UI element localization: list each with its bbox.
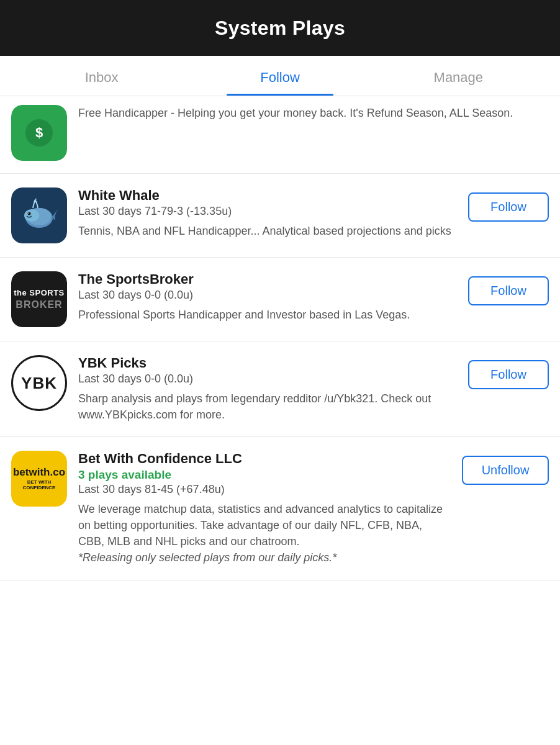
svg-text:$: $ [35, 125, 43, 140]
list-item: YBK YBK Picks Last 30 days 0-0 (0.0u) Sh… [0, 341, 560, 437]
betwith-action: Unfollow [462, 456, 549, 485]
ybk-follow-button[interactable]: Follow [468, 360, 549, 389]
partial-card-content: Free Handicapper - Helping you get your … [78, 105, 549, 121]
list-item: White Whale Last 30 days 71-79-3 (-13.35… [0, 174, 560, 258]
app-header: System Plays [0, 0, 560, 56]
tab-bar: Inbox Follow Manage [0, 56, 560, 96]
ybk-name: YBK Picks [78, 355, 457, 371]
betwith-logo: betwith.co BET WITH CONFIDENCE [11, 451, 67, 507]
white-whale-content: White Whale Last 30 days 71-79-3 (-13.35… [78, 187, 457, 239]
ybk-action: Follow [468, 360, 549, 389]
ybk-content: YBK Picks Last 30 days 0-0 (0.0u) Sharp … [78, 355, 457, 423]
betwith-plays-available: 3 plays available [78, 468, 451, 482]
svg-point-4 [24, 209, 39, 222]
partial-description: Free Handicapper - Helping you get your … [78, 105, 549, 121]
sportsbroker-logo-bg: the SPORTS BROKER [11, 271, 67, 327]
partial-logo-green: $ [11, 105, 67, 161]
list-item: the SPORTS BROKER The SportsBroker Last … [0, 258, 560, 341]
sportsbroker-logo: the SPORTS BROKER [11, 271, 67, 327]
betwith-logo-sub: BET WITH CONFIDENCE [15, 479, 63, 491]
sportsbroker-follow-button[interactable]: Follow [468, 276, 549, 305]
sportsbroker-logo-line2: BROKER [16, 299, 62, 310]
sportsbroker-desc: Professional Sports Handicapper and Inve… [78, 307, 457, 323]
sportsbroker-record: Last 30 days 0-0 (0.0u) [78, 289, 457, 302]
betwith-desc: We leverage matchup data, statistics and… [78, 501, 451, 566]
partial-logo: $ [11, 105, 67, 161]
white-whale-record: Last 30 days 71-79-3 (-13.35u) [78, 205, 457, 218]
betwith-logo-bg: betwith.co BET WITH CONFIDENCE [11, 451, 67, 507]
page-title: System Plays [215, 17, 345, 40]
handicapper-list: $ Free Handicapper - Helping you get you… [0, 96, 560, 580]
sportsbroker-logo-line1: the SPORTS [14, 288, 65, 298]
partial-logo-icon: $ [24, 117, 55, 148]
white-whale-action: Follow [468, 192, 549, 222]
ybk-logo-circle: YBK [11, 355, 67, 411]
svg-point-5 [27, 212, 30, 215]
sportsbroker-action: Follow [468, 276, 549, 305]
tab-inbox[interactable]: Inbox [12, 56, 191, 96]
list-item: betwith.co BET WITH CONFIDENCE Bet With … [0, 437, 560, 580]
list-item-partial: $ Free Handicapper - Helping you get you… [0, 96, 560, 174]
tab-manage[interactable]: Manage [369, 56, 548, 96]
ybk-record: Last 30 days 0-0 (0.0u) [78, 372, 457, 386]
sportsbroker-content: The SportsBroker Last 30 days 0-0 (0.0u)… [78, 271, 457, 323]
betwith-record: Last 30 days 81-45 (+67.48u) [78, 483, 451, 496]
sportsbroker-name: The SportsBroker [78, 271, 457, 287]
svg-point-6 [28, 212, 29, 214]
betwith-content: Bet With Confidence LLC 3 plays availabl… [78, 451, 451, 566]
white-whale-logo [11, 187, 67, 243]
tab-follow[interactable]: Follow [191, 56, 369, 96]
betwith-unfollow-button[interactable]: Unfollow [462, 456, 549, 485]
white-whale-logo-bg [11, 187, 67, 243]
white-whale-desc: Tennis, NBA and NFL Handicapper... Analy… [78, 223, 457, 239]
betwith-logo-text: betwith.co [13, 467, 65, 477]
ybk-logo: YBK [11, 355, 67, 411]
ybk-desc: Sharp analysis and plays from legendary … [78, 391, 457, 423]
white-whale-name: White Whale [78, 187, 457, 204]
betwith-name: Bet With Confidence LLC [78, 451, 451, 467]
whale-icon [19, 196, 60, 236]
white-whale-follow-button[interactable]: Follow [468, 192, 549, 222]
